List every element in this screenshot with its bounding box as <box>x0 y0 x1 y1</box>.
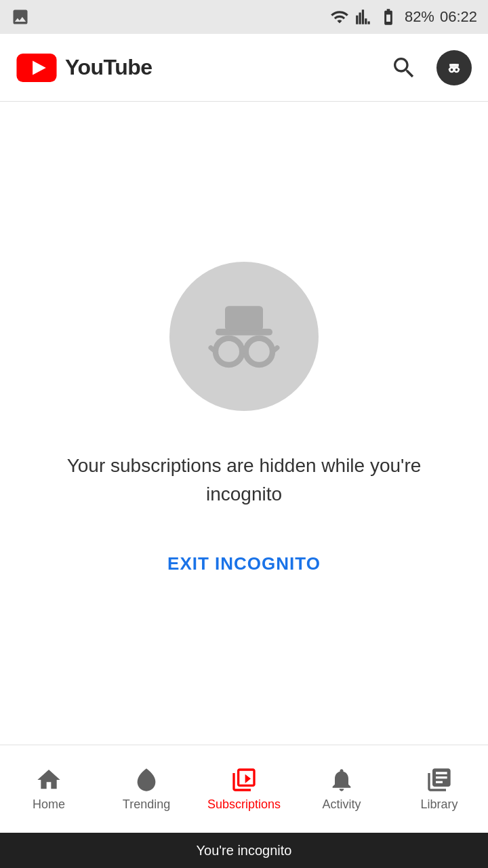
main-content: Your subscriptions are hidden while you'… <box>0 102 488 745</box>
home-label: Home <box>33 797 65 812</box>
search-icon <box>390 54 418 81</box>
nav-item-library[interactable]: Library <box>399 766 480 812</box>
incognito-large-icon <box>197 289 291 384</box>
exit-incognito-button[interactable]: EXIT INCOGNITO <box>151 542 337 585</box>
status-bar: 82% 06:22 <box>0 0 488 34</box>
incognito-avatar <box>436 50 472 85</box>
nav-actions <box>390 50 472 85</box>
svg-line-14 <box>211 347 216 351</box>
youtube-logo: YouTube <box>16 54 390 82</box>
home-icon <box>35 766 62 793</box>
image-icon <box>11 7 30 26</box>
svg-line-8 <box>459 68 460 69</box>
svg-point-12 <box>246 338 272 364</box>
activity-icon <box>328 766 355 793</box>
battery-icon <box>378 7 399 26</box>
app-name: YouTube <box>65 55 152 80</box>
incognito-message: Your subscriptions are hidden while you'… <box>41 452 447 509</box>
nav-item-subscriptions[interactable]: Subscriptions <box>203 766 285 812</box>
nav-item-activity[interactable]: Activity <box>301 766 382 812</box>
search-button[interactable] <box>390 54 418 81</box>
activity-label: Activity <box>322 797 361 812</box>
battery-level: 82% <box>405 8 434 26</box>
youtube-play-icon <box>16 54 57 82</box>
svg-point-11 <box>216 338 242 364</box>
svg-point-4 <box>449 67 453 71</box>
time: 06:22 <box>440 8 477 26</box>
subscriptions-label: Subscriptions <box>207 797 281 812</box>
wifi-icon <box>330 7 349 26</box>
incognito-bar-text: You're incognito <box>197 843 292 859</box>
library-icon <box>426 766 453 793</box>
nav-item-home[interactable]: Home <box>8 766 89 812</box>
incognito-avatar-icon <box>443 56 466 79</box>
account-button[interactable] <box>436 50 472 85</box>
status-left <box>11 7 30 26</box>
incognito-illustration <box>169 262 319 411</box>
nav-item-trending[interactable]: Trending <box>106 766 187 812</box>
trending-icon <box>133 766 160 793</box>
svg-line-15 <box>272 347 277 351</box>
signal-icon <box>354 7 372 26</box>
svg-rect-3 <box>449 64 459 65</box>
library-label: Library <box>420 797 458 812</box>
incognito-bar: You're incognito <box>0 833 488 868</box>
subscriptions-icon <box>230 766 258 793</box>
top-nav: YouTube <box>0 34 488 102</box>
svg-rect-10 <box>225 306 263 330</box>
svg-line-7 <box>449 68 449 69</box>
svg-point-5 <box>454 67 458 71</box>
bottom-nav: Home Trending Subscriptions Activity Lib… <box>0 745 488 833</box>
trending-label: Trending <box>123 797 170 812</box>
status-icons: 82% 06:22 <box>330 7 477 26</box>
